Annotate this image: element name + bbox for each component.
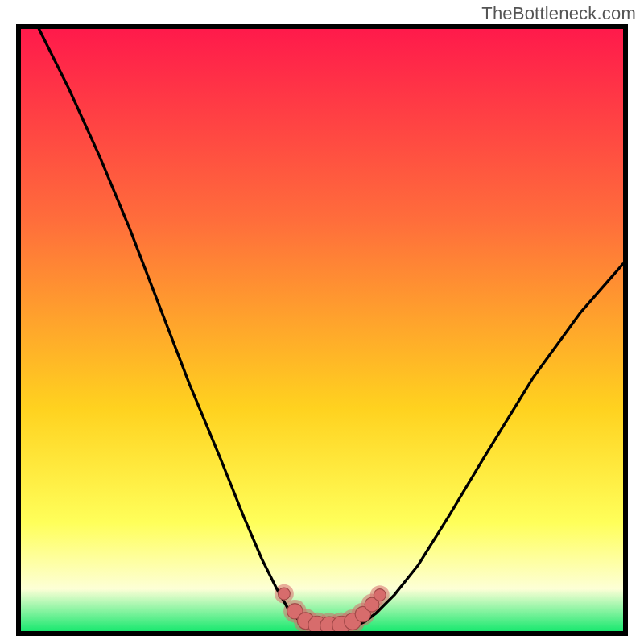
attribution-text: TheBottleneck.com — [481, 3, 636, 24]
plot-frame — [16, 24, 628, 636]
data-marker — [374, 589, 386, 601]
data-marker — [278, 588, 290, 600]
plot-area — [21, 29, 623, 631]
chart-svg — [21, 29, 623, 631]
chart-container: TheBottleneck.com — [0, 0, 644, 644]
gradient-background — [21, 29, 623, 631]
